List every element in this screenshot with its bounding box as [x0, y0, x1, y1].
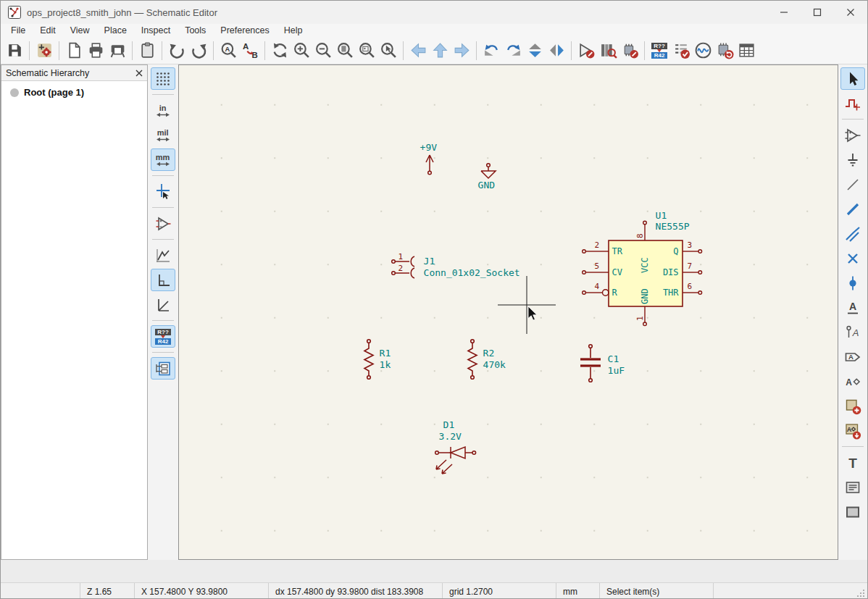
hierarchy-root-item[interactable]: Root (page 1) [1, 81, 147, 98]
units-mm-button[interactable]: mm [151, 148, 175, 171]
power-symbol-plus9v[interactable] [426, 155, 433, 175]
mirror-vertical-button[interactable] [524, 40, 546, 62]
c1-reference-label[interactable]: C1 [608, 353, 619, 364]
assign-footprints-button[interactable] [714, 40, 735, 62]
undo-button[interactable] [166, 40, 188, 62]
import-sheet-pin-tool-button[interactable]: A [840, 419, 865, 442]
nav-up-hierarchy-button[interactable] [429, 40, 451, 62]
u1-value-label[interactable]: NE555P [656, 221, 690, 232]
wires-any-angle-button[interactable] [151, 244, 175, 267]
add-netclass-directive-button[interactable]: A [840, 321, 865, 343]
symbol-fields-table-button[interactable] [735, 40, 757, 62]
u1-pin3-number[interactable]: 3 [688, 240, 693, 250]
footprint-editor-button[interactable] [619, 40, 640, 62]
r2-reference-label[interactable]: R2 [483, 348, 495, 359]
u1-pin5-number[interactable]: 5 [595, 261, 600, 271]
refresh-view-button[interactable] [269, 40, 291, 62]
close-button[interactable] [834, 1, 867, 24]
highlight-net-tool-button[interactable] [840, 92, 865, 114]
u1-pin8-number[interactable]: 8 [635, 233, 645, 238]
units-inches-button[interactable]: in [151, 99, 175, 122]
menu-tools[interactable]: Tools [178, 24, 213, 37]
resistor-r2-graphic[interactable] [468, 340, 477, 380]
u1-pin1-number[interactable]: 1 [635, 316, 645, 321]
add-hierarchical-label-tool-button[interactable]: A [840, 370, 865, 393]
menu-inspect[interactable]: Inspect [134, 24, 178, 37]
menu-edit[interactable]: Edit [33, 24, 63, 37]
units-mils-button[interactable]: mil [151, 124, 175, 146]
add-rectangle-tool-button[interactable] [840, 500, 865, 523]
j1-pin2-number[interactable]: 2 [398, 264, 404, 273]
r2-value-label[interactable]: 470k [483, 359, 506, 370]
resistor-r1-graphic[interactable] [364, 340, 373, 380]
edit-symbol-button[interactable] [575, 40, 597, 62]
j1-reference-label[interactable]: J1 [424, 256, 435, 267]
d1-value-label[interactable]: 3.2V [439, 431, 462, 442]
add-net-label-tool-button[interactable]: A [840, 296, 865, 319]
select-tool-button[interactable] [840, 67, 865, 90]
mirror-horizontal-button[interactable] [546, 40, 567, 62]
plot-button[interactable] [107, 40, 128, 62]
power-label-plus9v[interactable]: +9V [420, 142, 437, 153]
symbol-library-browser-button[interactable] [597, 40, 619, 62]
find-button[interactable]: A [217, 40, 239, 62]
simulator-button[interactable] [692, 40, 714, 62]
power-symbol-gnd[interactable] [481, 164, 496, 178]
u1-pin2-number[interactable]: 2 [595, 240, 600, 250]
schematic-canvas[interactable]: +9V GND 1 2 J1 Conn_01x02_Socket U1 NE55… [178, 64, 838, 560]
menu-place[interactable]: Place [97, 24, 134, 37]
hierarchy-close-button[interactable] [135, 70, 143, 77]
add-global-label-tool-button[interactable]: A [840, 345, 865, 368]
grid-toggle-button[interactable] [151, 67, 175, 90]
page-settings-button[interactable] [63, 40, 85, 62]
u1-pin6-number[interactable]: 6 [688, 282, 693, 291]
resize-grip[interactable] [854, 583, 867, 599]
full-crosshair-toggle-button[interactable] [151, 180, 175, 203]
menu-view[interactable]: View [63, 24, 97, 37]
minimize-button[interactable] [767, 1, 801, 24]
add-text-tool-button[interactable]: T [840, 451, 865, 474]
hierarchy-navigator-button[interactable] [151, 357, 175, 380]
add-line-tool-button[interactable] [840, 173, 865, 196]
add-textbox-tool-button[interactable] [840, 476, 865, 498]
annotate-button[interactable]: R?? R42 [648, 40, 670, 62]
j1-pin1-number[interactable]: 1 [398, 252, 404, 261]
zoom-fit-objects-button[interactable] [356, 40, 377, 62]
maximize-button[interactable] [801, 1, 834, 24]
paste-button[interactable] [136, 40, 158, 62]
capacitor-c1-graphic[interactable] [580, 345, 601, 382]
c1-value-label[interactable]: 1uF [608, 365, 625, 376]
menu-preferences[interactable]: Preferences [213, 24, 276, 37]
add-symbol-tool-button[interactable] [840, 124, 865, 146]
u1-pin7-number[interactable]: 7 [688, 261, 693, 271]
redo-button[interactable] [188, 40, 209, 62]
add-junction-tool-button[interactable] [840, 272, 865, 294]
add-bus-tool-button[interactable] [840, 222, 865, 245]
schematic-setup-button[interactable] [33, 40, 55, 62]
menu-help[interactable]: Help [277, 24, 310, 37]
add-power-tool-button[interactable] [840, 148, 865, 171]
u1-reference-label[interactable]: U1 [656, 210, 667, 221]
d1-reference-label[interactable]: D1 [443, 419, 455, 430]
no-connect-tool-button[interactable] [840, 247, 865, 269]
zoom-fit-page-button[interactable] [334, 40, 356, 62]
power-label-gnd[interactable]: GND [478, 180, 495, 190]
zoom-to-selection-button[interactable] [377, 40, 399, 62]
led-d1-graphic[interactable] [435, 447, 475, 474]
annotate-automatically-button[interactable]: R?? R42 [151, 325, 175, 348]
wires-45-angle-button[interactable] [151, 293, 175, 316]
save-button[interactable] [4, 40, 25, 62]
wires-hv-angle-button[interactable] [151, 269, 175, 291]
nav-forward-button[interactable] [451, 40, 472, 62]
r1-reference-label[interactable]: R1 [380, 348, 391, 359]
print-button[interactable] [85, 40, 107, 62]
find-replace-button[interactable]: A B [239, 40, 261, 62]
r1-value-label[interactable]: 1k [380, 359, 391, 370]
zoom-out-button[interactable] [312, 40, 334, 62]
menu-file[interactable]: File [4, 24, 33, 37]
zoom-in-button[interactable] [291, 40, 312, 62]
add-wire-tool-button[interactable] [840, 198, 865, 220]
nav-back-button[interactable] [407, 40, 429, 62]
j1-value-label[interactable]: Conn_01x02_Socket [424, 267, 520, 278]
show-hidden-pins-button[interactable] [151, 212, 175, 235]
